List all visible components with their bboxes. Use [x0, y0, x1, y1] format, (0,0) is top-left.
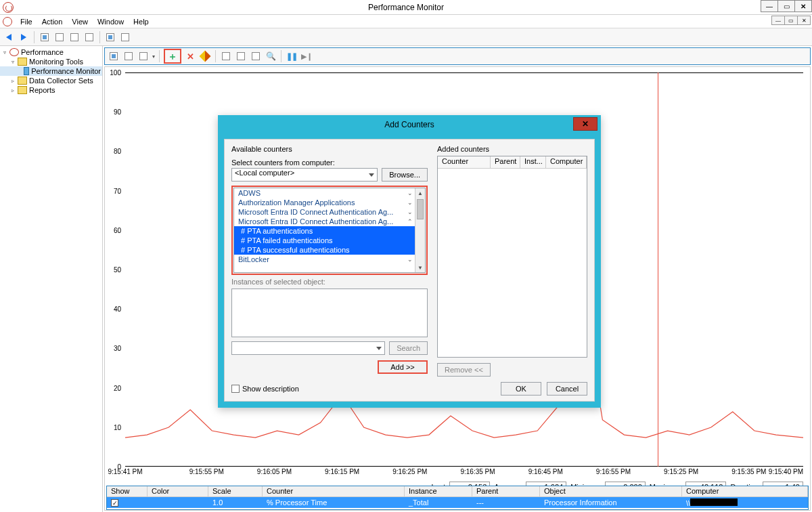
- view-report-button[interactable]: [137, 50, 150, 62]
- dialog-title: Add Counters: [384, 120, 434, 129]
- tree-reports[interactable]: ▹ Reports: [0, 85, 102, 95]
- mdi-restore-button[interactable]: ▭: [784, 16, 798, 25]
- legend-header: Show Color Scale Counter Instance Parent…: [107, 486, 808, 497]
- y-axis: 100 90 80 70 60 50 40 30 20 10 0: [105, 72, 124, 467]
- added-counters-header: Counter Parent Inst... Computer: [438, 156, 587, 169]
- plus-icon: ＋: [168, 51, 177, 61]
- menu-view[interactable]: View: [68, 16, 92, 27]
- counter-item-expanded[interactable]: Microsoft Entra ID Connect Authenticatio…: [234, 217, 425, 226]
- print-button[interactable]: [83, 31, 95, 43]
- minimize-button[interactable]: —: [761, 0, 778, 12]
- remove-button[interactable]: Remove <<: [437, 363, 491, 377]
- counter-subitem[interactable]: # PTA successful authentications: [234, 245, 425, 255]
- mdi-close-button[interactable]: ✕: [797, 16, 811, 25]
- counter-list-highlight: ADWS⌄ Authorization Manager Applications…: [231, 186, 428, 275]
- counter-list-scrollbar[interactable]: ▲ ▼: [415, 188, 425, 272]
- select-computer-label: Select counters from computer:: [231, 158, 428, 167]
- available-counters-label: Available counters: [231, 145, 428, 153]
- add-button[interactable]: Add >>: [378, 360, 428, 374]
- counter-item[interactable]: Microsoft Entra ID Connect Authenticatio…: [234, 207, 425, 217]
- dialog-titlebar[interactable]: Add Counters ✕: [219, 116, 600, 133]
- maximize-button[interactable]: ▭: [777, 0, 795, 12]
- delete-icon: ✕: [187, 51, 194, 62]
- counter-item[interactable]: Authorization Manager Applications⌄: [234, 198, 425, 207]
- paste-button[interactable]: [235, 50, 247, 62]
- view-histogram-button[interactable]: [122, 50, 135, 62]
- tree-label: Reports: [29, 86, 55, 94]
- chart-toolbar: ▾ ＋ ✕ 🔍 ❚❚ ▶❙: [104, 47, 811, 65]
- counter-subitem[interactable]: # PTA failed authentications: [234, 236, 425, 245]
- export-button[interactable]: [68, 31, 81, 43]
- window-controls: — ▭ ✕: [761, 0, 812, 12]
- instance-search-combo[interactable]: [231, 341, 385, 355]
- window-title: Performance Monitor: [0, 3, 812, 12]
- refresh-button[interactable]: [104, 31, 116, 43]
- cancel-button[interactable]: Cancel: [547, 382, 587, 396]
- properties-chart-button[interactable]: [250, 50, 262, 62]
- properties-button[interactable]: [53, 31, 66, 43]
- counter-item[interactable]: BitLocker⌄: [234, 255, 425, 264]
- perfmon-icon: [3, 17, 12, 26]
- pencil-icon: [200, 51, 211, 62]
- tree-label: Performance: [21, 48, 64, 56]
- add-counters-dialog: Add Counters ✕ Available counters Select…: [218, 115, 601, 408]
- mdi-minimize-button[interactable]: —: [771, 16, 785, 25]
- mdi-controls: — ▭ ✕: [772, 16, 811, 25]
- delete-counter-button[interactable]: ✕: [184, 50, 196, 62]
- menu-action[interactable]: Action: [38, 16, 67, 27]
- redacted-computer-name: [690, 498, 738, 506]
- pause-icon: ❚❚: [286, 52, 297, 61]
- menu-help[interactable]: Help: [129, 16, 153, 27]
- help-toolbar-button[interactable]: [119, 31, 131, 43]
- instances-list[interactable]: [231, 289, 428, 337]
- computer-combo[interactable]: <Local computer>: [231, 168, 378, 182]
- view-chart-button[interactable]: [108, 50, 120, 62]
- scroll-thumb[interactable]: [417, 199, 424, 219]
- titlebar: Performance Monitor — ▭ ✕: [0, 0, 812, 15]
- scroll-up-icon[interactable]: ▲: [415, 188, 425, 198]
- counter-list[interactable]: ADWS⌄ Authorization Manager Applications…: [233, 188, 426, 273]
- back-button[interactable]: [3, 31, 15, 43]
- close-button[interactable]: ✕: [794, 0, 812, 12]
- add-counter-button[interactable]: ＋: [164, 49, 181, 64]
- menu-window[interactable]: Window: [93, 16, 128, 27]
- magnifier-icon: 🔍: [266, 51, 276, 61]
- legend-row[interactable]: ✓ 1.0 % Processor Time _Total --- Proces…: [107, 497, 808, 508]
- counter-item[interactable]: ADWS⌄: [234, 188, 425, 198]
- added-counters-label: Added counters: [437, 145, 587, 153]
- browse-button[interactable]: Browse...: [382, 168, 428, 182]
- x-axis: 9:15:41 PM 9:15:55 PM 9:16:05 PM 9:16:15…: [125, 468, 803, 477]
- show-hide-tree-button[interactable]: [39, 31, 51, 43]
- main-toolbar: [0, 28, 812, 46]
- tree-label: Data Collector Sets: [29, 77, 93, 85]
- show-description-checkbox[interactable]: Show description: [231, 385, 299, 393]
- scroll-down-icon[interactable]: ▼: [415, 263, 425, 272]
- tree-root-performance[interactable]: ▿ Performance: [0, 47, 102, 57]
- instances-label: Instances of selected object:: [231, 278, 428, 286]
- zoom-button[interactable]: 🔍: [265, 50, 277, 62]
- step-icon: ▶❙: [301, 52, 313, 61]
- forward-button[interactable]: [18, 31, 30, 43]
- freeze-button[interactable]: ❚❚: [286, 50, 298, 62]
- ok-button[interactable]: OK: [501, 382, 541, 396]
- update-button[interactable]: ▶❙: [300, 50, 313, 62]
- tree-performance-monitor[interactable]: Performance Monitor: [0, 66, 102, 76]
- counter-subitem[interactable]: # PTA authentications: [234, 226, 425, 236]
- tree-label: Monitoring Tools: [29, 58, 83, 66]
- dialog-close-button[interactable]: ✕: [573, 117, 597, 131]
- copy-button[interactable]: [220, 50, 232, 62]
- navigation-tree[interactable]: ▿ Performance ▿ Monitoring Tools Perform…: [0, 46, 103, 512]
- highlight-button[interactable]: [199, 50, 211, 62]
- legend-table[interactable]: Show Color Scale Counter Instance Parent…: [106, 486, 809, 510]
- added-counters-table[interactable]: Counter Parent Inst... Computer: [437, 156, 587, 358]
- tree-monitoring-tools[interactable]: ▿ Monitoring Tools: [0, 57, 102, 66]
- menu-file[interactable]: File: [16, 16, 37, 27]
- search-button[interactable]: Search: [389, 341, 428, 355]
- tree-data-collector-sets[interactable]: ▹ Data Collector Sets: [0, 76, 102, 85]
- tree-label: Performance Monitor: [31, 67, 101, 75]
- legend-show-checkbox[interactable]: ✓: [111, 499, 118, 507]
- menubar: File Action View Window Help — ▭ ✕: [0, 15, 812, 28]
